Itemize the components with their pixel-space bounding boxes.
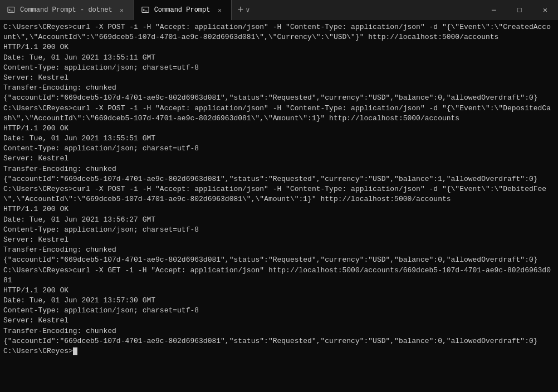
terminal-line: Server: Kestrel [3, 73, 555, 83]
close-button[interactable]: ✕ [532, 0, 558, 20]
tab-cmd-dotnet[interactable]: Command Prompt - dotnet ✕ [0, 0, 134, 20]
terminal-line: Transfer-Encoding: chunked [3, 245, 555, 255]
terminal-line: Date: Tue, 01 Jun 2021 13:57:30 GMT [3, 296, 555, 306]
tab-bar: Command Prompt - dotnet ✕ Command Prompt… [0, 0, 481, 20]
terminal-line: Transfer-Encoding: chunked [3, 326, 555, 336]
terminal-line: Date: Tue, 01 Jun 2021 13:55:11 GMT [3, 53, 555, 63]
minimize-button[interactable]: ─ [481, 0, 507, 20]
tab-label-active: Command Prompt [154, 6, 211, 14]
cursor [73, 347, 77, 355]
terminal-line: HTTP/1.1 200 OK [3, 124, 555, 134]
svg-rect-0 [8, 7, 14, 13]
terminal-line: Content-Type: application/json; charset=… [3, 306, 555, 316]
terminal-output[interactable]: C:\Users\CReyes>curl -X POST -i -H "Acce… [0, 20, 558, 392]
terminal-line: C:\Users\CReyes>curl -X GET -i -H "Accep… [3, 266, 555, 286]
terminal-line: HTTP/1.1 200 OK [3, 286, 555, 296]
terminal-line: Server: Kestrel [3, 316, 555, 326]
terminal-line: {"accountId":"669dceb5-107d-4701-ae9c-80… [3, 336, 555, 346]
terminal-line: Transfer-Encoding: chunked [3, 83, 555, 93]
tab-label: Command Prompt - dotnet [20, 6, 112, 14]
terminal-icon [7, 6, 16, 14]
terminal-line: {"accountId":"669dceb5-107d-4701-ae9c-80… [3, 93, 555, 103]
terminal-line: C:\Users\CReyes>curl -X POST -i -H "Acce… [3, 22, 555, 42]
terminal-line: Server: Kestrel [3, 154, 555, 164]
terminal-line: Content-Type: application/json; charset=… [3, 225, 555, 235]
terminal-line: HTTP/1.1 200 OK [3, 42, 555, 52]
terminal-line: Date: Tue, 01 Jun 2021 13:55:51 GMT [3, 134, 555, 144]
terminal-line: {"accountId":"669dceb5-107d-4701-ae9c-80… [3, 174, 555, 184]
tab-close-button[interactable]: ✕ [117, 5, 127, 15]
tab-cmd[interactable]: Command Prompt ✕ [134, 0, 232, 20]
terminal-icon-2 [141, 6, 150, 14]
terminal-line: {"accountId":"669dceb5-107d-4701-ae9c-80… [3, 255, 555, 265]
terminal-line: C:\Users\CReyes>curl -X POST -i -H "Acce… [3, 104, 555, 124]
tab-close-active-button[interactable]: ✕ [214, 5, 224, 15]
terminal-line: C:\Users\CReyes>curl -X POST -i -H "Acce… [3, 184, 555, 204]
terminal-line: Date: Tue, 01 Jun 2021 13:56:27 GMT [3, 215, 555, 225]
terminal-line: Content-Type: application/json; charset=… [3, 144, 555, 154]
svg-rect-2 [142, 7, 149, 13]
window-controls: ─ □ ✕ [481, 0, 558, 20]
maximize-button[interactable]: □ [507, 0, 532, 20]
terminal-line: Server: Kestrel [3, 235, 555, 245]
terminal-line: Content-Type: application/json; charset=… [3, 63, 555, 73]
new-tab-button[interactable]: + ∨ [232, 0, 255, 20]
terminal-line: HTTP/1.1 200 OK [3, 204, 555, 214]
terminal-line: Transfer-Encoding: chunked [3, 164, 555, 174]
titlebar: Command Prompt - dotnet ✕ Command Prompt… [0, 0, 558, 20]
terminal-line: C:\Users\CReyes> [3, 346, 555, 356]
